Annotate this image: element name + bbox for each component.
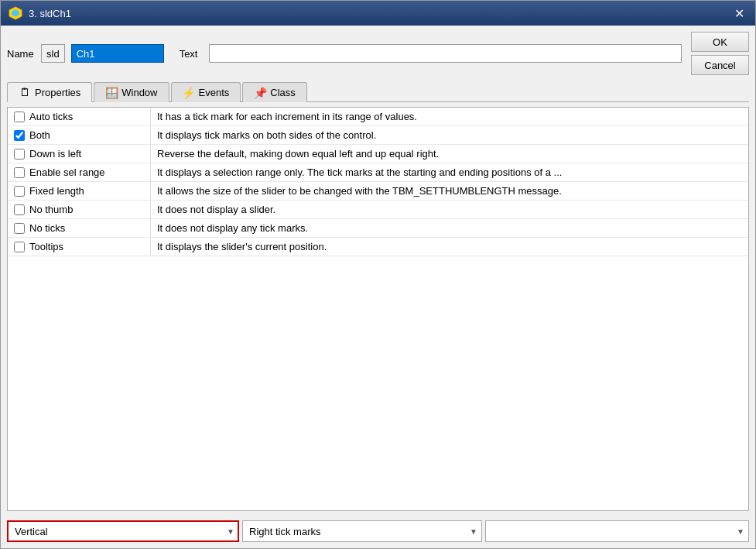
header-buttons: OK Cancel	[688, 32, 749, 75]
third-select[interactable]	[485, 520, 749, 542]
checkbox-auto_ticks[interactable]	[14, 112, 25, 122]
label-enable_sel_range: Enable sel range	[29, 166, 105, 178]
tab-window-label: Window	[121, 87, 157, 98]
checkbox-fixed_length[interactable]	[14, 186, 25, 197]
desc-auto_ticks: It has a tick mark for each increment in…	[151, 108, 748, 125]
desc-both: It displays tick marks on both sides of …	[151, 126, 748, 144]
checkbox-tooltips[interactable]	[14, 242, 25, 252]
table-body: Auto ticksIt has a tick mark for each in…	[8, 108, 748, 510]
tab-window[interactable]: 🪟 Window	[94, 82, 169, 102]
cell-check-enable_sel_range: Enable sel range	[8, 163, 151, 181]
title-bar: 3. sldCh1 ✕	[1, 1, 755, 26]
label-fixed_length: Fixed length	[29, 185, 84, 197]
tab-class[interactable]: 📌 Class	[242, 82, 307, 102]
tab-class-label: Class	[270, 87, 296, 98]
properties-icon: 🗒	[19, 86, 31, 98]
label-tooltips: Tooltips	[29, 241, 63, 252]
header-row: Name sld Text OK Cancel	[7, 32, 749, 75]
cell-check-auto_ticks: Auto ticks	[8, 108, 151, 125]
desc-no_thumb: It does not display a slider.	[151, 201, 748, 218]
ticks-select-wrapper: Right tick marks Left tick marks Both ti…	[242, 520, 482, 542]
main-dialog: 3. sldCh1 ✕ Name sld Text OK Cancel 🗒 Pr…	[0, 0, 756, 549]
checkbox-both[interactable]	[14, 130, 25, 141]
vertical-select-wrapper: Vertical Horizontal ▼	[7, 520, 239, 542]
class-icon: 📌	[254, 87, 266, 99]
text-input[interactable]	[209, 44, 682, 63]
close-button[interactable]: ✕	[730, 5, 747, 22]
checkbox-down_is_left[interactable]	[14, 149, 25, 160]
name-prefix-display: sld	[41, 44, 65, 63]
label-no_ticks: No ticks	[29, 222, 65, 234]
third-select-wrapper: ▼	[485, 520, 749, 542]
desc-tooltips: It displays the slider's current positio…	[151, 238, 748, 256]
name-input[interactable]	[71, 44, 164, 63]
app-icon	[9, 6, 22, 20]
tab-properties[interactable]: 🗒 Properties	[7, 82, 92, 102]
table-row: No ticksIt does not display any tick mar…	[8, 219, 748, 238]
table-row: TooltipsIt displays the slider's current…	[8, 238, 748, 256]
content-area: Auto ticksIt has a tick mark for each in…	[7, 107, 749, 511]
window-icon: 🪟	[105, 87, 118, 99]
footer: Vertical Horizontal ▼ Right tick marks L…	[7, 516, 749, 542]
cancel-button[interactable]: Cancel	[691, 55, 749, 75]
cell-check-fixed_length: Fixed length	[8, 182, 151, 200]
table-row: Down is leftReverse the default, making …	[8, 145, 748, 163]
tab-properties-label: Properties	[35, 87, 80, 98]
ticks-select[interactable]: Right tick marks Left tick marks Both ti…	[242, 520, 482, 542]
cell-check-down_is_left: Down is left	[8, 145, 151, 163]
cell-check-no_ticks: No ticks	[8, 219, 151, 237]
tab-bar: 🗒 Properties 🪟 Window ⚡ Events 📌 Class	[7, 81, 749, 102]
desc-down_is_left: Reverse the default, making down equal l…	[151, 145, 748, 163]
table-row: Enable sel rangeIt displays a selection …	[8, 163, 748, 182]
dialog-body: Name sld Text OK Cancel 🗒 Properties 🪟 W…	[1, 26, 755, 548]
events-icon: ⚡	[183, 87, 195, 99]
name-label: Name	[7, 48, 35, 60]
table-row: No thumbIt does not display a slider.	[8, 201, 748, 219]
text-label: Text	[180, 48, 203, 60]
table-row: Auto ticksIt has a tick mark for each in…	[8, 108, 748, 126]
title-bar-left: 3. sldCh1	[9, 6, 71, 20]
vertical-select[interactable]: Vertical Horizontal	[7, 520, 239, 542]
label-down_is_left: Down is left	[29, 148, 81, 160]
desc-fixed_length: It allows the size of the slider to be c…	[151, 182, 748, 200]
desc-enable_sel_range: It displays a selection range only. The …	[151, 163, 748, 181]
window-title: 3. sldCh1	[29, 8, 71, 19]
cell-check-no_thumb: No thumb	[8, 201, 151, 218]
ok-button[interactable]: OK	[691, 32, 749, 52]
desc-no_ticks: It does not display any tick marks.	[151, 219, 748, 237]
label-both: Both	[29, 129, 50, 141]
tab-events[interactable]: ⚡ Events	[171, 82, 241, 102]
tab-events-label: Events	[199, 87, 230, 98]
label-auto_ticks: Auto ticks	[29, 111, 73, 122]
checkbox-enable_sel_range[interactable]	[14, 167, 25, 178]
cell-check-both: Both	[8, 126, 151, 144]
checkbox-no_thumb[interactable]	[14, 204, 25, 215]
table-row: BothIt displays tick marks on both sides…	[8, 126, 748, 145]
label-no_thumb: No thumb	[29, 204, 73, 215]
cell-check-tooltips: Tooltips	[8, 238, 151, 256]
checkbox-no_ticks[interactable]	[14, 223, 25, 234]
table-row: Fixed lengthIt allows the size of the sl…	[8, 182, 748, 201]
